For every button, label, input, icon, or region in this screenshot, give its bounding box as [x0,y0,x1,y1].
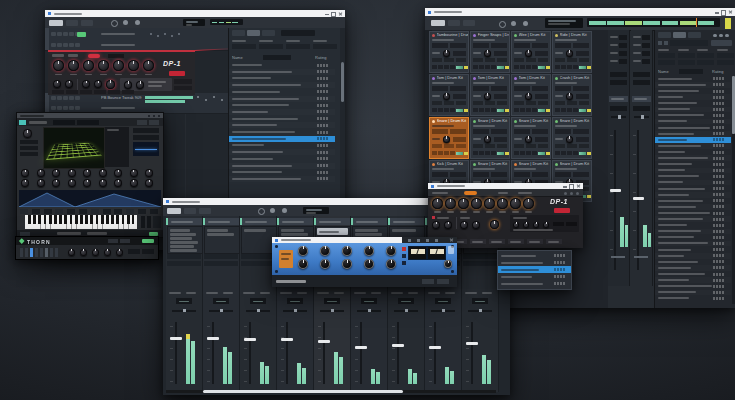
automation-point[interactable] [178,33,180,35]
track-name[interactable] [101,33,135,36]
filter-dropdown[interactable] [313,44,337,49]
rating-bar[interactable] [323,157,325,160]
browser-tab[interactable] [232,30,245,36]
browser-toolbar-icon[interactable] [719,34,723,38]
track-control-button[interactable] [63,106,68,110]
pan-dot[interactable] [368,309,371,313]
value-box[interactable] [619,43,627,48]
browser-row[interactable] [229,122,335,128]
automation-point[interactable] [157,35,159,37]
rating-bar[interactable] [317,171,319,174]
value-box[interactable] [508,239,524,244]
pad-mini-button[interactable] [573,65,578,70]
value-box[interactable] [610,72,627,77]
strip-name-bar[interactable] [240,218,276,225]
browser-row[interactable] [655,107,731,113]
compressor-knob[interactable] [386,246,396,256]
rating-bar[interactable] [719,248,721,251]
value-box[interactable] [633,72,650,77]
pad-mini-button[interactable] [450,65,455,70]
value-box[interactable] [122,90,134,94]
mini-slider[interactable] [35,248,38,257]
drum-pad-cell[interactable]: Tom | Drum Kit [470,74,510,116]
pad-knob[interactable] [525,136,532,143]
rating-bar[interactable] [719,260,721,263]
pad-mini-button[interactable] [479,65,484,70]
browser-tab[interactable] [673,32,686,38]
drum-pad-cell[interactable]: Snare | Drum Kit [429,117,469,159]
value-box[interactable] [567,101,577,105]
value-box[interactable] [456,101,466,105]
rating-bar[interactable] [719,205,721,208]
rating-bar[interactable] [722,260,724,263]
strip-name-bar[interactable] [351,218,387,225]
rating-bar[interactable] [716,96,718,99]
value-box[interactable] [432,86,448,91]
rating-bar[interactable] [719,90,721,93]
filter-knob[interactable] [82,80,90,88]
envelope-knob[interactable] [513,222,519,228]
rating-bar[interactable] [320,164,322,167]
rating-bar[interactable] [554,261,556,264]
rating-bar[interactable] [716,224,718,227]
rating-bar[interactable] [560,261,562,264]
footer-button[interactable] [437,279,449,284]
fader-groove[interactable] [286,322,288,384]
pad-mini-button[interactable] [555,65,560,70]
rating-bar[interactable] [326,77,328,80]
rating-bar[interactable] [719,199,721,202]
pad-mini-button[interactable] [491,151,496,156]
value-box[interactable] [453,51,466,56]
rating-bar[interactable] [722,266,724,269]
synth-knob[interactable] [21,179,29,187]
track-control-button[interactable] [51,96,56,100]
rating-bar[interactable] [323,84,325,87]
mod-matrix-cell[interactable] [103,209,111,214]
menu-button[interactable] [81,20,93,26]
track-name[interactable] [101,44,135,47]
rating-bar[interactable] [716,83,718,86]
value-box[interactable] [579,58,589,62]
delay-knob[interactable] [523,198,534,209]
synth-knob[interactable] [114,179,122,187]
rating-bar[interactable] [713,108,715,111]
delay-knob[interactable] [143,60,154,71]
track-name[interactable] [101,107,135,110]
value-box[interactable] [555,144,565,148]
value-box[interactable] [491,86,507,91]
rating-bar[interactable] [719,126,721,129]
browser-row[interactable] [655,174,731,180]
octave-box[interactable] [153,216,161,228]
synth-knob[interactable] [99,179,107,187]
pad-mini-button[interactable] [491,65,496,70]
value-box[interactable] [555,172,571,177]
piano-keyboard[interactable] [25,215,137,229]
sends-box[interactable] [241,254,275,259]
close-icon[interactable] [449,238,453,242]
value-box[interactable] [555,101,565,105]
synth-knob[interactable] [37,169,45,177]
drum-pad-cell[interactable]: Snare | Drum Kit [511,117,551,159]
delay-knob[interactable] [484,198,495,209]
value-box[interactable] [491,172,507,177]
pad-mini-button[interactable] [479,151,484,156]
black-keys[interactable] [28,215,134,224]
browser-row[interactable] [655,277,731,283]
rating-bar[interactable] [713,126,715,129]
output-dropdown[interactable] [610,106,627,111]
value-box[interactable] [532,172,548,177]
column-header-rating[interactable]: Rating [315,55,337,60]
track-control-button[interactable] [51,32,56,36]
value-box[interactable] [432,172,448,177]
toolbar-icon[interactable] [417,239,420,242]
rating-bar[interactable] [716,181,718,184]
toolbar-icon[interactable] [426,239,429,242]
device-entry[interactable] [355,233,382,236]
rating-bar[interactable] [326,171,328,174]
mix-knob[interactable] [490,220,499,229]
filter-dropdown[interactable] [678,60,695,65]
compressor-knob[interactable] [342,259,352,269]
rating-bar[interactable] [722,96,724,99]
popup-list-row[interactable] [498,266,571,273]
browser-row[interactable] [229,129,335,135]
